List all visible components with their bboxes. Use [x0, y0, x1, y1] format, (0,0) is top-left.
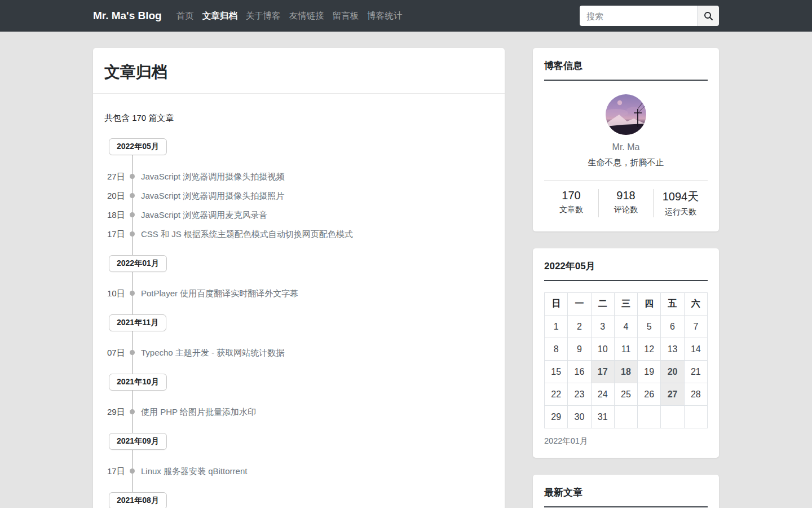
- sidebar: 博客信息: [533, 48, 719, 508]
- calendar-day: 11: [614, 338, 637, 361]
- post-row: 18日JavaScript 浏览器调用麦克风录音: [104, 211, 493, 219]
- page-content: 文章归档 共包含 170 篇文章 2022年05月27日JavaScript 浏…: [93, 48, 719, 508]
- calendar-day: [684, 406, 707, 428]
- post-date: 17日: [107, 467, 133, 475]
- calendar-day: 29: [545, 406, 568, 428]
- calendar-day: 25: [614, 383, 637, 406]
- weekday-header: 一: [568, 293, 591, 316]
- post-date: 27日: [107, 172, 133, 181]
- post-title-link[interactable]: CSS 和 JS 根据系统主题配色模式自动切换网页配色模式: [141, 230, 353, 238]
- calendar-day-with-post[interactable]: 20: [661, 361, 684, 383]
- post-date: 17日: [107, 230, 133, 238]
- calendar-week-row: 293031: [545, 406, 708, 428]
- month-posts: 10日PotPlayer 使用百度翻译实时翻译外文字幕: [104, 289, 493, 297]
- site-brand[interactable]: Mr. Ma's Blog: [93, 10, 162, 22]
- page-title: 文章归档: [104, 62, 493, 83]
- calendar-day: 16: [568, 361, 591, 383]
- post-row: 10日PotPlayer 使用百度翻译实时翻译外文字幕: [104, 289, 493, 297]
- search-icon: [704, 11, 713, 21]
- month-group: 2021年08月15日使用 Cloudflare Pages 托管静态网站: [104, 492, 493, 508]
- nav-links: 首页文章归档关于博客友情链接留言板博客统计: [176, 10, 403, 22]
- nav-item-home[interactable]: 首页: [176, 10, 194, 22]
- calendar-day: 12: [638, 338, 661, 361]
- calendar-day: 5: [638, 316, 661, 338]
- calendar-day: 9: [568, 338, 591, 361]
- post-title-link[interactable]: JavaScript 浏览器调用摄像头拍摄视频: [141, 172, 284, 181]
- search-button[interactable]: [697, 6, 719, 26]
- weekday-header: 二: [591, 293, 614, 316]
- timeline-dot-icon: [130, 174, 135, 179]
- calendar-day: 2: [568, 316, 591, 338]
- profile-name: Mr. Ma: [544, 142, 708, 152]
- month-group: 2022年01月10日PotPlayer 使用百度翻译实时翻译外文字幕: [104, 255, 493, 297]
- post-title-link[interactable]: PotPlayer 使用百度翻译实时翻译外文字幕: [141, 289, 298, 297]
- calendar-day-with-post[interactable]: 17: [591, 361, 614, 383]
- timeline-dot-icon: [130, 350, 135, 355]
- calendar-day-with-post[interactable]: 27: [661, 383, 684, 406]
- calendar-day: 10: [591, 338, 614, 361]
- calendar-day: [661, 406, 684, 428]
- calendar-week-row: 1234567: [545, 316, 708, 338]
- weekday-header: 日: [545, 293, 568, 316]
- archive-card: 文章归档 共包含 170 篇文章 2022年05月27日JavaScript 浏…: [93, 48, 505, 508]
- avatar: [606, 94, 646, 135]
- nav-item-about[interactable]: 关于博客: [246, 10, 281, 22]
- post-date: 29日: [107, 408, 133, 416]
- stat-articles: 170文章数: [544, 189, 598, 217]
- month-posts: 29日使用 PHP 给图片批量添加水印: [104, 408, 493, 416]
- latest-posts-card: 最新文章 JavaScript 浏览器调用摄像头拍摄视频: [533, 475, 719, 508]
- calendar-day: [638, 406, 661, 428]
- post-row: 20日JavaScript 浏览器调用摄像头拍摄照片: [104, 191, 493, 200]
- calendar-title: 2022年05月: [544, 260, 708, 281]
- search-input[interactable]: [580, 6, 697, 26]
- post-date: 07日: [107, 348, 133, 357]
- post-title-link[interactable]: JavaScript 浏览器调用麦克风录音: [141, 211, 267, 219]
- calendar-week-row: 15161718192021: [545, 361, 708, 383]
- nav-item-stats[interactable]: 博客统计: [367, 10, 402, 22]
- post-date: 18日: [107, 211, 133, 219]
- nav-item-archive[interactable]: 文章归档: [202, 10, 237, 22]
- month-badge: 2022年01月: [109, 255, 167, 272]
- weekday-header: 三: [614, 293, 637, 316]
- month-group: 2022年05月27日JavaScript 浏览器调用摄像头拍摄视频20日Jav…: [104, 138, 493, 238]
- post-title-link[interactable]: Linux 服务器安装 qBittorrent: [141, 467, 247, 475]
- calendar-day: 28: [684, 383, 707, 406]
- timeline-dot-icon: [130, 231, 135, 237]
- nav-item-guestbook[interactable]: 留言板: [333, 10, 359, 22]
- post-date: 10日: [107, 289, 133, 297]
- calendar-day: 1: [545, 316, 568, 338]
- post-row: 17日CSS 和 JS 根据系统主题配色模式自动切换网页配色模式: [104, 230, 493, 238]
- calendar-day: 23: [568, 383, 591, 406]
- stat-comments-label: 评论数: [599, 205, 653, 215]
- calendar-day: 19: [638, 361, 661, 383]
- stat-comments: 918评论数: [598, 189, 653, 217]
- calendar-day: 7: [684, 316, 707, 338]
- nav-item-links[interactable]: 友情链接: [289, 10, 324, 22]
- month-badge: 2021年09月: [109, 433, 167, 450]
- post-row: 07日Typecho 主题开发 - 获取网站统计数据: [104, 348, 493, 357]
- post-title-link[interactable]: Typecho 主题开发 - 获取网站统计数据: [141, 348, 284, 357]
- month-posts: 07日Typecho 主题开发 - 获取网站统计数据: [104, 348, 493, 357]
- post-date: 20日: [107, 191, 133, 200]
- month-badge: 2021年11月: [109, 314, 166, 331]
- profile-motto: 生命不息，折腾不止: [544, 157, 708, 168]
- archive-timeline: 2022年05月27日JavaScript 浏览器调用摄像头拍摄视频20日Jav…: [104, 138, 493, 508]
- post-title-link[interactable]: JavaScript 浏览器调用摄像头拍摄照片: [141, 191, 284, 200]
- calendar-day: 13: [661, 338, 684, 361]
- calendar-day-with-post[interactable]: 18: [614, 361, 637, 383]
- timeline-dot-icon: [130, 468, 135, 474]
- calendar-day: 22: [545, 383, 568, 406]
- calendar-prev-month-link[interactable]: 2022年01月: [544, 436, 588, 446]
- calendar-day: 31: [591, 406, 614, 428]
- timeline-dot-icon: [130, 193, 135, 198]
- timeline-dot-icon: [130, 212, 135, 217]
- search-group: [580, 6, 719, 26]
- stat-days-label: 运行天数: [654, 207, 708, 217]
- post-title-link[interactable]: 使用 PHP 给图片批量添加水印: [141, 408, 256, 416]
- month-group: 2021年11月07日Typecho 主题开发 - 获取网站统计数据: [104, 314, 493, 357]
- calendar-card: 2022年05月 日一二三四五六 12345678910111213141516…: [533, 248, 719, 458]
- calendar-table: 日一二三四五六 12345678910111213141516171819202…: [544, 292, 708, 428]
- weekday-header: 四: [638, 293, 661, 316]
- archive-card-body: 共包含 170 篇文章 2022年05月27日JavaScript 浏览器调用摄…: [93, 94, 505, 508]
- calendar-day: 4: [614, 316, 637, 338]
